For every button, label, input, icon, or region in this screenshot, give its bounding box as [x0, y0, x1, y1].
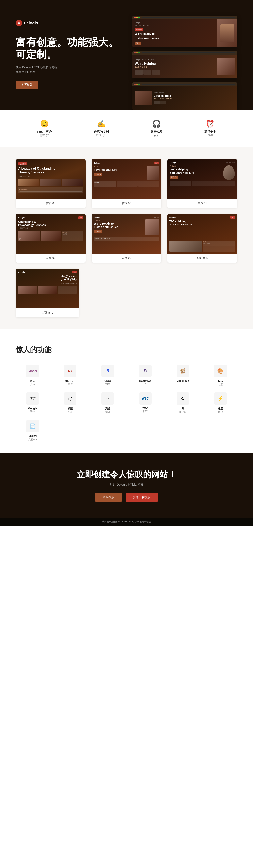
- demo-item-03[interactable]: Delogis 首页关于 心理咨询 We're Ready toListen Y…: [92, 214, 161, 263]
- mockup-1-subheadline: Listen Your Issues: [135, 36, 215, 40]
- demo-01-btn[interactable]: 预约咨询: [170, 176, 178, 179]
- palette-icon: 🎨: [214, 365, 227, 377]
- hero-title: 富有创意。功能强大。 可定制。: [16, 36, 120, 61]
- demo-item-box[interactable]: Delogis 预约 We're HelpingYou Start New Li…: [168, 214, 237, 263]
- demo-03-btn[interactable]: 了解更多: [94, 230, 102, 233]
- logo-icon: ◉: [16, 20, 22, 26]
- demo-item-02[interactable]: Delogis 预约 Counseling &Psychology Servic…: [16, 214, 85, 263]
- features-grid: Woo 商店 支持 A☆ RTL + LTR 支持 5 CSS3 动画 B: [16, 365, 237, 441]
- feature-icon-docs: ✍️: [94, 120, 109, 128]
- feature-card-google: TT Google 字体: [16, 392, 49, 414]
- hero-logo: ◉ Delogis: [16, 20, 120, 26]
- demo-rtl-row: حجز Delogis خدمات الإرشادوالعلاج النفسي …: [16, 269, 237, 317]
- feature-item-updates: 🎧 终身免费 更新: [151, 120, 162, 137]
- feature-card-sub-palette: 方案: [204, 383, 237, 386]
- feature-card-title-palette: 配色: [204, 379, 237, 383]
- feature-card-woo: Woo 商店 支持: [16, 365, 49, 386]
- feature-card-bootstrap: B Bootstrap 5: [129, 365, 162, 386]
- cta-section: 立即创建令人惊叹的网站！ 购买 Delogis HTML 模板 购买模版 创建下…: [0, 453, 253, 518]
- demo-label-04: 首页 04: [16, 199, 85, 208]
- browser-content-2: Delogis ◦ 首页 ◦ 关于 ◦ 服务 We're Helping 心理咨…: [133, 55, 237, 79]
- demo-label-05: 首页 05: [92, 199, 161, 208]
- feature-card-css3: 5 CSS3 动画: [91, 365, 124, 386]
- demo-item-04[interactable]: 心理咨询 A Legacy of OutstandingTherapy Serv…: [16, 159, 85, 208]
- feature-sub-1: 信任我们: [37, 134, 52, 137]
- feature-card-speed: ⚡ 速度 优化: [204, 392, 237, 414]
- feature-title-3: 终身免费: [151, 130, 162, 134]
- feature-card-title-rtl: RTL + LTR: [53, 379, 87, 382]
- dot-red-2: [135, 52, 136, 54]
- feature-item-docs: ✍️ 详尽的文档 清洁代码: [94, 120, 109, 137]
- demo-thumb-02: Delogis 预约 Counseling &Psychology Servic…: [16, 214, 85, 253]
- browser-bar-2: [133, 51, 237, 55]
- feature-card-sub-bootstrap: 5: [129, 382, 162, 385]
- feature-card-sub-doc: 文档W5: [16, 438, 49, 441]
- refresh-icon: ↻: [177, 392, 189, 405]
- feature-card-title-w3c: W3C: [129, 407, 162, 410]
- feature-card-palette: 🎨 配色 方案: [204, 365, 237, 386]
- browser-content-1: Delogis 首页 关于 服务 博客 心理咨询 We're Ready to …: [133, 20, 237, 47]
- demo-item-rtl[interactable]: حجز Delogis خدمات الإرشادوالعلاج النفسي …: [16, 269, 79, 317]
- browser-content-3: Delogis ◦ 首页 ◦ 关于 Counseling & Psycholog…: [133, 86, 237, 110]
- mockup-1-btn[interactable]: 预约: [135, 41, 141, 45]
- translate-icon: ↔: [101, 392, 114, 405]
- demo-grid: 心理咨询 A Legacy of OutstandingTherapy Serv…: [16, 159, 237, 263]
- demo-label-box: 首页 盒装: [168, 253, 237, 263]
- feature-sub-2: 清洁代码: [94, 134, 109, 137]
- feature-card-sub-speed: 优化: [204, 410, 237, 414]
- browser-bar-3: [133, 83, 237, 86]
- feature-card-title-speed: 速度: [204, 407, 237, 410]
- cta-buy-button[interactable]: 购买模版: [96, 493, 121, 502]
- feature-item-support: ⏰ 获得专业 支持: [204, 120, 216, 137]
- feature-card-title-translate: 充分: [91, 407, 124, 410]
- demo-item-05[interactable]: Delogis 预约 Starting New Story Favorite Y…: [92, 159, 161, 208]
- mockup-3-sub: Psychology Services: [153, 97, 235, 100]
- dot-red-3: [135, 84, 136, 85]
- demo-thumb-01: Delogis 首页关于服务 心理咨询 We're HelpingYou Sta…: [168, 159, 237, 199]
- hero-left: ◉ Delogis 富有创意。功能强大。 可定制。 使用 Delogis HTM…: [16, 12, 120, 89]
- feature-icon-clock: ⏰: [204, 120, 216, 128]
- hero-cta-button[interactable]: 购买模版: [16, 81, 38, 89]
- feature-card-sub-refresh: 源代码: [166, 410, 200, 414]
- feature-card-title-bootstrap: Bootstrap: [129, 379, 162, 382]
- feature-card-sub-google: 字体: [16, 410, 49, 413]
- feature-card-sub-translate: 翻译: [91, 410, 124, 414]
- doc-icon: 📄: [26, 420, 39, 432]
- feature-card-sub-w3c: 验证: [129, 410, 162, 413]
- mockup-3-headline: Counseling &: [153, 94, 235, 97]
- speed-icon: ⚡: [214, 392, 227, 405]
- feature-card-doc: 📄 详细的 文档W5: [16, 420, 49, 441]
- bottom-bar: 访问最专业社区bbs.deniao.com 完转不得转载侵权: [0, 518, 253, 526]
- browser-bar-1: [133, 16, 237, 20]
- bootstrap-icon: B: [139, 365, 152, 377]
- dot-yellow: [136, 17, 138, 18]
- feature-card-title-doc: 详细的: [16, 434, 49, 438]
- mockup-1-headline: We're Ready to: [135, 32, 215, 36]
- demo-item-01[interactable]: Delogis 首页关于服务 心理咨询 We're HelpingYou Sta…: [168, 159, 237, 208]
- hero-right: Delogis 首页 关于 服务 博客 心理咨询 We're Ready to …: [133, 12, 237, 110]
- demo-05-cta[interactable]: 了解更多: [94, 173, 102, 176]
- dot-yellow-2: [136, 52, 138, 54]
- rtl-icon: A☆: [64, 365, 76, 377]
- hero-subtitle: 使用 Delogis HTML 模板构建网站非常快速且简单。: [16, 65, 120, 75]
- feature-card-rtl: A☆ RTL + LTR 支持: [53, 365, 87, 386]
- woo-icon: Woo: [26, 365, 39, 377]
- mockup-large: Delogis 首页 关于 服务 博客 心理咨询 We're Ready to …: [133, 16, 237, 47]
- features-section-title: 惊人的功能: [16, 345, 237, 355]
- feature-card-title-woo: 商店: [16, 379, 49, 383]
- feature-card-mailchimp: 🐒 Mailchimp: [166, 365, 200, 386]
- features-strip: 😊 5500+ 客户 信任我们 ✍️ 详尽的文档 清洁代码 🎧 终身免费 更新 …: [0, 110, 253, 147]
- w3c-icon: W3C: [139, 392, 152, 405]
- css3-icon: 5: [101, 365, 114, 377]
- feature-sub-4: 支持: [204, 134, 216, 137]
- feature-card-refresh: ↻ 并 源代码: [166, 392, 200, 414]
- feature-card-sub-rtl: 支持: [53, 382, 87, 386]
- feature-card-title-google: Google: [16, 407, 49, 410]
- cta-title: 立即创建令人惊叹的网站！: [16, 469, 237, 480]
- logo-text: Delogis: [24, 21, 38, 25]
- feature-card-translate: ↔ 充分 翻译: [91, 392, 124, 414]
- demo-label-01: 首页 01: [168, 199, 237, 208]
- feature-card-sub-css3: 动画: [91, 382, 124, 386]
- cta-demo-button[interactable]: 创建下载模版: [125, 493, 157, 502]
- feature-card-w3c: W3C W3C 验证: [129, 392, 162, 414]
